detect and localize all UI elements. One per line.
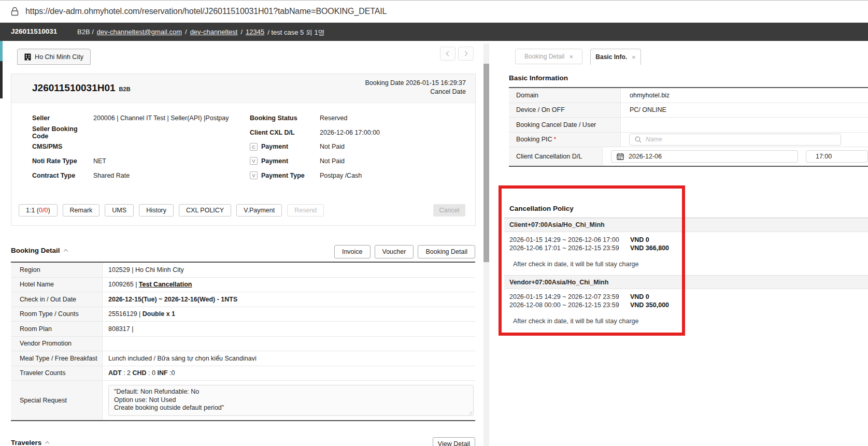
booking-detail-section-title: Booking Detail — [11, 247, 60, 254]
next-tab-button[interactable] — [458, 47, 474, 61]
adt-count: : 2 — [122, 369, 133, 377]
cancellation-time-input[interactable] — [816, 153, 867, 160]
booking-id: J26011510031 — [11, 27, 57, 35]
left-edge-scroll-indicator — [0, 61, 3, 98]
field-label: Contract Type — [32, 172, 93, 179]
ums-button[interactable]: UMS — [105, 204, 134, 217]
row-value: "Default: Non Refundable: No Option use:… — [103, 381, 475, 420]
field-label: Noti Rate Type — [32, 157, 93, 165]
reservation-admin-screen: https://dev-adm.ohmyhotel.com/reservatio… — [0, 0, 868, 446]
remark-button[interactable]: Remark — [63, 204, 100, 217]
row-label-text: Booking PIC — [516, 136, 552, 143]
breadcrumb-user-link[interactable]: dev-channeltest — [190, 28, 238, 37]
row-value — [103, 337, 475, 351]
field-row: Seller200006 | Channel IT Test | Seller(… — [32, 111, 239, 125]
cancellation-policy-title: Cancellation Policy — [509, 205, 574, 212]
booking-header-bar: J26011510031 B2B / dev-channeltest@gmail… — [0, 23, 868, 41]
cancel-booking-button[interactable]: Cancel — [433, 204, 465, 217]
cxl-policy-button[interactable]: CXL POLICY — [179, 204, 231, 217]
field-row: CMS/PMS — [32, 139, 239, 154]
policy-group-vendor: Vendor+07:00Asia/Ho_Chi_Minh 2026-01-15 … — [504, 275, 868, 325]
table-row-region: Region 102529 | Ho Chi Minh City — [11, 263, 475, 278]
booking-number-title: J26011510031H01B2B — [32, 82, 131, 94]
prev-tab-button[interactable] — [440, 47, 456, 61]
booking-summary-header: J26011510031H01B2B Booking Date 2026-01-… — [11, 74, 475, 103]
row-label: Traveler Counts — [11, 366, 103, 381]
view-detail-button[interactable]: View Detail — [433, 437, 475, 446]
row-value: 808317 | — [103, 322, 475, 336]
table-row-checkin-out: Check in / Out Date 2026-12-15(Tue) ~ 20… — [11, 292, 475, 307]
field-label: CPayment — [250, 143, 320, 151]
tab-hotel-label: Ho Chi Minh City — [35, 53, 83, 61]
search-icon — [635, 136, 642, 143]
field-row: CPaymentNot Paid — [250, 139, 467, 154]
tab-hotel-ho-chi-minh-city[interactable]: Ho Chi Minh City — [17, 49, 91, 65]
url-text[interactable]: https://dev-adm.ohmyhotel.com/reservatio… — [25, 7, 387, 16]
cancellation-time-picker[interactable] — [806, 150, 868, 163]
one-to-one-post: ) — [48, 207, 50, 214]
breadcrumb-separator: / — [185, 28, 187, 37]
calendar-icon — [617, 153, 624, 160]
right-tab-basic-info[interactable]: Basic Info. × — [590, 49, 641, 65]
table-row-meal-type: Meal Type / Free Breakfast Lunch include… — [11, 351, 475, 366]
row-value: PC/ ONLINE — [621, 103, 868, 118]
collapse-caret-icon — [45, 441, 49, 445]
field-label: Seller — [32, 114, 93, 122]
voucher-button[interactable]: Voucher — [375, 245, 414, 258]
booking-number: J26011510031H01 — [32, 82, 116, 93]
basic-information-title: Basic Information — [509, 74, 568, 82]
collapse-caret-icon — [63, 249, 67, 253]
cancellation-policy-table: Client+07:00Asia/Ho_Chi_Minh 2026-01-15 … — [504, 218, 868, 332]
close-icon[interactable]: × — [632, 53, 636, 61]
travelers-section-header[interactable]: Travelers — [11, 439, 49, 446]
booking-detail-button[interactable]: Booking Detail — [418, 245, 475, 258]
field-label-text: Payment Type — [261, 172, 305, 179]
hotel-name-link[interactable]: Test Cancellation — [139, 281, 192, 288]
required-asterisk: * — [553, 136, 556, 143]
browser-address-bar[interactable]: https://dev-adm.ohmyhotel.com/reservatio… — [0, 0, 868, 23]
booking-summary-card: J26011510031H01B2B Booking Date 2026-01-… — [11, 74, 476, 226]
field-value: Not Paid — [320, 143, 345, 150]
summary-action-buttons: 1:1 (0/0) Remark UMS History CXL POLICY … — [19, 204, 324, 217]
field-row: Booking StatusReserved — [250, 111, 467, 125]
breadcrumb-email-link[interactable]: dev-channeltest@gmail.com — [97, 28, 182, 37]
booking-pic-input[interactable] — [646, 136, 841, 143]
right-tab-label: Basic Info. — [595, 53, 627, 61]
summary-fields-left: Seller200006 | Channel IT Test | Seller(… — [32, 111, 239, 182]
scrollbar-thumb[interactable] — [483, 64, 489, 262]
row-label: Vendor Promotion — [11, 337, 103, 351]
invoice-button[interactable]: Invoice — [334, 245, 371, 258]
one-to-one-button[interactable]: 1:1 (0/0) — [19, 204, 58, 217]
field-label: Client CXL D/L — [250, 129, 320, 136]
policy-amount: VND 366,800 — [630, 244, 669, 253]
booking-pic-search-box[interactable] — [629, 134, 841, 146]
one-to-one-pre: 1:1 ( — [26, 207, 39, 214]
field-row: Contract TypeShared Rate — [32, 168, 239, 183]
policy-range: 2026-12-06 17:01 ~ 2026-12-15 23:59 — [509, 244, 630, 253]
table-row-booking-cancel-date: Booking Cancel Date / User — [509, 118, 868, 133]
row-label: Room Type / Counts — [11, 307, 103, 322]
cancellation-date-input[interactable] — [629, 153, 798, 160]
cancellation-date-picker[interactable] — [611, 150, 798, 163]
row-label: Hotel Name — [11, 278, 103, 292]
policy-group-header: Client+07:00Asia/Ho_Chi_Minh — [504, 218, 868, 232]
field-row: Client CXL D/L2026-12-06 17:00:00 — [250, 125, 467, 140]
breadcrumb-code-link[interactable]: 12345 — [246, 28, 264, 37]
table-row-client-cancellation-dl: Client Cancellation D/L — [509, 147, 868, 166]
lock-icon[interactable] — [10, 7, 19, 17]
close-icon[interactable]: × — [569, 53, 573, 61]
booking-detail-section-header[interactable]: Booking Detail — [11, 247, 67, 254]
right-tab-booking-detail[interactable]: Booking Detail × — [515, 49, 582, 64]
row-value: 2026-12-15(Tue) ~ 2026-12-16(Wed) - 1NTS — [103, 292, 475, 307]
building-icon — [24, 53, 31, 61]
inf-label: INF — [157, 369, 167, 377]
special-request-textarea[interactable]: "Default: Non Refundable: No Option use:… — [108, 385, 474, 416]
history-button[interactable]: History — [139, 204, 174, 217]
row-label: Room Plan — [11, 322, 103, 336]
resend-button[interactable]: Resend — [287, 204, 324, 217]
field-row: VPayment TypePostpay /Cash — [250, 168, 467, 183]
row-value: 102529 | Ho Chi Minh City — [103, 263, 475, 277]
field-row: VPaymentNot Paid — [250, 154, 467, 168]
vpayment-button[interactable]: V.Payment — [236, 204, 282, 217]
payment-v-checkbox: V — [250, 157, 258, 165]
